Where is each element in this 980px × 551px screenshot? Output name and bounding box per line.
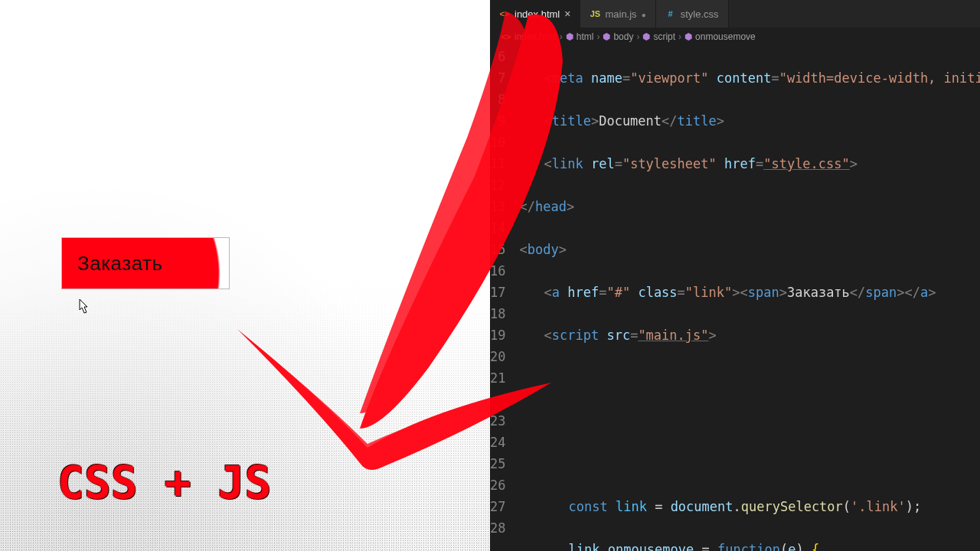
code-content[interactable]: <meta name="viewport" content="width=dev… (519, 46, 980, 551)
breadcrumb-item[interactable]: ⬢ body (603, 31, 633, 42)
order-button-label: Заказать (62, 252, 163, 276)
breadcrumb-item[interactable]: <> index.html (501, 31, 557, 42)
noise-texture (0, 276, 490, 551)
close-icon[interactable]: × (564, 8, 570, 20)
line-number-gutter: 6789101112 13141516171819 202123242526 2… (490, 46, 519, 551)
chevron-right-icon: › (678, 31, 681, 42)
breadcrumb: <> index.html › ⬢ html › ⬢ body › ⬢ scri… (490, 28, 980, 46)
tab-label: main.js (605, 8, 636, 20)
symbol-icon: ⬢ (603, 31, 610, 42)
html-file-icon: <> (499, 8, 510, 19)
breadcrumb-item[interactable]: ⬢ script (642, 31, 675, 42)
order-button[interactable]: Заказать (61, 237, 230, 289)
symbol-icon: ⬢ (684, 31, 692, 42)
tab-bar: <> index.html × JS main.js # style.css (490, 0, 980, 28)
tab-index-html[interactable]: <> index.html × (490, 0, 580, 28)
preview-panel: Заказать CSS + JS (0, 0, 490, 551)
code-area[interactable]: 6789101112 13141516171819 202123242526 2… (490, 46, 980, 551)
css-file-icon: # (665, 8, 676, 19)
js-file-icon: JS (590, 8, 600, 19)
tab-style-css[interactable]: # style.css (656, 0, 729, 28)
unsaved-dot-icon[interactable] (642, 8, 646, 20)
chevron-right-icon: › (560, 31, 563, 42)
tab-label: style.css (681, 8, 719, 20)
html-file-icon: <> (501, 31, 511, 42)
breadcrumb-item[interactable]: ⬢ onmousemove (684, 31, 756, 42)
breadcrumb-label: html (577, 31, 594, 42)
overlay-title: CSS + JS (57, 457, 271, 509)
breadcrumb-label: onmousemove (695, 31, 756, 42)
tab-main-js[interactable]: JS main.js (580, 0, 655, 28)
pointer-cursor-icon (77, 298, 90, 319)
symbol-icon: ⬢ (566, 31, 573, 42)
breadcrumb-item[interactable]: ⬢ html (566, 31, 594, 42)
symbol-icon: ⬢ (642, 31, 650, 42)
breadcrumb-label: index.html (514, 31, 557, 42)
code-editor: <> index.html × JS main.js # style.css <… (490, 0, 980, 551)
chevron-right-icon: › (596, 31, 599, 42)
tab-label: index.html (514, 8, 560, 20)
breadcrumb-label: script (653, 31, 675, 42)
breadcrumb-label: body (613, 31, 633, 42)
chevron-right-icon: › (636, 31, 639, 42)
